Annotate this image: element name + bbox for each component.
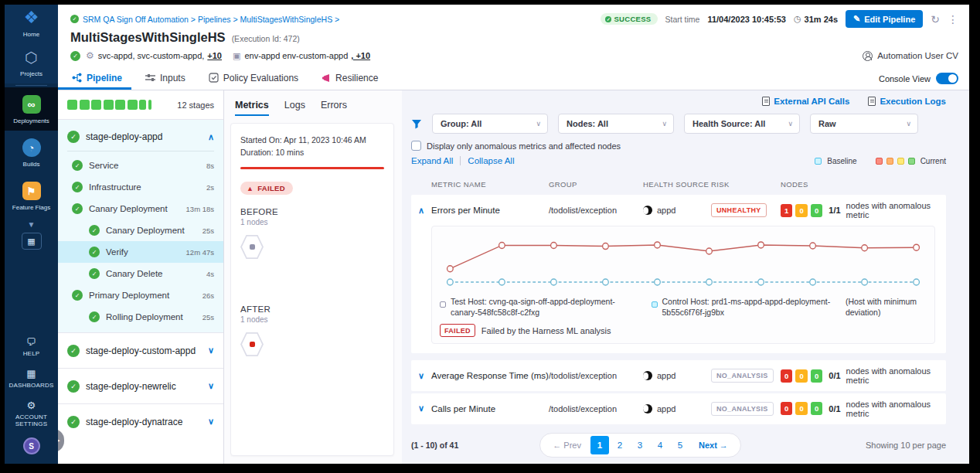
anomalous-only-checkbox[interactable] <box>411 141 421 151</box>
sidebar-item-feature-flags[interactable]: ⚑ Feature Flags <box>5 174 58 217</box>
page-button-3[interactable]: 3 <box>631 436 649 454</box>
prev-page-button[interactable]: ← Prev <box>545 441 589 450</box>
sidebar-item-help[interactable]: 🗩 HELP <box>5 331 58 362</box>
step-infrastructure[interactable]: ✓ Infrastructure 2s <box>58 176 223 198</box>
collapse-row-icon[interactable]: ∧ <box>411 206 431 216</box>
gear-icon: ⚙ <box>27 400 36 411</box>
duration-wrap: ◷ 31m 24s <box>794 14 838 24</box>
sidebar-item-builds[interactable]: ◔ Builds <box>5 131 58 174</box>
policy-check-icon <box>209 73 219 83</box>
sidebar-item-projects[interactable]: ⬡ Projects <box>5 44 58 83</box>
warning-triangle-icon: ▲ <box>247 185 254 192</box>
environment-icon: ▣ <box>233 51 240 61</box>
group-filter-select[interactable]: Group: All∨ <box>432 114 548 134</box>
stages-count: 12 stages <box>177 100 214 110</box>
sidebar-item-dashboards[interactable]: ▦ DASHBOARDS <box>5 362 58 394</box>
before-node-hexagon[interactable] <box>240 234 264 260</box>
appdynamics-icon <box>643 206 652 215</box>
status-badge: ✓ SUCCESS <box>601 13 657 25</box>
services-more-link[interactable]: +10 <box>207 51 222 60</box>
tab-pipeline[interactable]: Pipeline <box>70 73 124 90</box>
tab-errors[interactable]: Errors <box>321 100 347 116</box>
sidebar-expand-chevron-icon[interactable]: ▼ <box>5 217 58 230</box>
step-primary-deployment[interactable]: ✓ Primary Deployment 26s <box>58 284 223 306</box>
sidebar-item-label: Deployments <box>13 117 49 124</box>
step-canary-deployment[interactable]: ✓ Canary Deployment 25s <box>58 219 223 241</box>
refresh-icon[interactable]: ↻ <box>931 13 940 26</box>
page-button-1[interactable]: 1 <box>590 436 609 454</box>
node-dot-gray <box>250 244 255 250</box>
stage-deploy-newrelic[interactable]: ✓ stage-deploy-newrelic ∨ <box>58 368 223 403</box>
red-node-count: 0 <box>781 369 792 383</box>
breadcrumb[interactable]: ✓ SRM QA Sign Off Automation > Pipelines… <box>70 15 339 24</box>
projects-icon: ⬡ <box>25 47 38 67</box>
user-avatar[interactable]: S <box>23 437 40 454</box>
analysis-failed-tag: FAILED <box>440 324 475 337</box>
tab-policy-evaluations[interactable]: Policy Evaluations <box>207 73 300 90</box>
orange-node-count: 0 <box>795 402 807 415</box>
sidebar-item-home[interactable]: ❖ Home <box>5 5 58 44</box>
sidebar-divider <box>15 85 47 86</box>
expand-all-link[interactable]: Expand All <box>411 156 453 165</box>
document-icon <box>868 97 876 106</box>
test-host-legend[interactable]: Test Host: cvng-qa-sign-off-appd-deploym… <box>440 296 638 318</box>
sidebar-item-account-settings[interactable]: ⚙ ACCOUNT SETTINGS <box>5 394 58 433</box>
col-nodes: NODES <box>781 180 946 189</box>
green-node-count: 0 <box>811 204 822 217</box>
stage-deploy-dynatrace[interactable]: ✓ stage-deploy-dynatrace ∨ <box>58 403 223 439</box>
tab-resilience[interactable]: Resilience <box>320 73 379 90</box>
person-icon <box>863 51 873 61</box>
expand-row-icon[interactable]: ∨ <box>411 371 431 381</box>
sidebar-item-label: Feature Flags <box>12 204 50 211</box>
next-page-button[interactable]: Next → <box>691 441 736 450</box>
chevron-down-icon: ∨ <box>781 120 793 128</box>
appdynamics-icon <box>643 371 652 380</box>
step-verify[interactable]: ✓ Verify 12m 47s <box>58 241 223 263</box>
module-grid-icon[interactable]: ▦ <box>22 233 42 250</box>
control-host-legend[interactable]: Control Host: prd1-ms-appd-appd-deployme… <box>652 296 832 318</box>
tab-metrics[interactable]: Metrics <box>235 100 269 116</box>
kebab-menu-icon[interactable]: ⋮ <box>948 13 958 26</box>
external-api-calls-link[interactable]: External API Calls <box>762 97 849 106</box>
orange-node-count: 0 <box>795 204 807 217</box>
col-risk: RISK <box>711 180 781 189</box>
execution-logs-link[interactable]: Execution Logs <box>868 97 946 106</box>
stage-header-deploy-appd[interactable]: ✓ stage-deploy-appd ∧ <box>58 120 223 151</box>
console-view-toggle[interactable] <box>936 73 958 84</box>
step-rolling-deployment[interactable]: ✓ Rolling Deployment 25s <box>58 306 223 328</box>
risk-badge: UNHEALTHY <box>711 203 767 217</box>
pencil-icon: ✎ <box>853 14 860 24</box>
anomalous-only-label: Display only anomalous metrics and affec… <box>427 141 621 151</box>
duration-text: Duration: 10 mins <box>240 147 384 159</box>
expand-row-icon[interactable]: ∨ <box>411 403 431 413</box>
analysis-failed-message: Failed by the Harness ML analysis <box>481 326 611 335</box>
after-node-hexagon[interactable] <box>240 332 264 357</box>
stage-deploy-custom-appd[interactable]: ✓ stage-deploy-custom-appd ∨ <box>58 332 223 368</box>
page-button-4[interactable]: 4 <box>651 436 669 454</box>
metric-row-average-response-time: ∨ Average Response Time (ms) /todolist/e… <box>411 360 946 391</box>
step-canary-delete[interactable]: ✓ Canary Delete 4s <box>58 263 223 284</box>
sidebar-item-deployments[interactable]: ∞ Deployments <box>5 87 58 131</box>
red-node-count: 0 <box>781 402 792 415</box>
stage-success-icon: ✓ <box>67 380 80 393</box>
sidebar-item-label: Projects <box>20 70 43 77</box>
nodes-filter-select[interactable]: Nodes: All∨ <box>558 114 674 134</box>
environments-more-link[interactable]: , +10 <box>351 51 370 60</box>
step-service[interactable]: ✓ Service 8s <box>58 155 223 176</box>
chart-color-legend: Baseline Current <box>815 157 946 165</box>
tab-logs[interactable]: Logs <box>284 100 305 116</box>
collapse-all-link[interactable]: Collapse All <box>468 156 514 165</box>
chevron-down-icon: ∨ <box>208 381 214 391</box>
page-button-2[interactable]: 2 <box>611 436 629 454</box>
filter-funnel-icon[interactable] <box>411 119 422 129</box>
step-canary-deployment-group[interactable]: ✓ Canary Deployment 13m 18s <box>58 198 223 219</box>
edit-pipeline-button[interactable]: ✎ Edit Pipeline <box>846 10 923 28</box>
tab-inputs[interactable]: Inputs <box>144 73 187 90</box>
page-button-5[interactable]: 5 <box>671 436 689 454</box>
metric-row-errors-per-minute: ∧ Errors per Minute /todolist/exception … <box>411 195 946 353</box>
health-source-filter-select[interactable]: Health Source: All∨ <box>684 114 800 134</box>
raw-filter-select[interactable]: Raw∨ <box>810 114 918 134</box>
current-red-swatch <box>876 158 883 165</box>
document-icon <box>762 97 770 106</box>
stages-progress-row: 12 stages <box>58 90 223 120</box>
